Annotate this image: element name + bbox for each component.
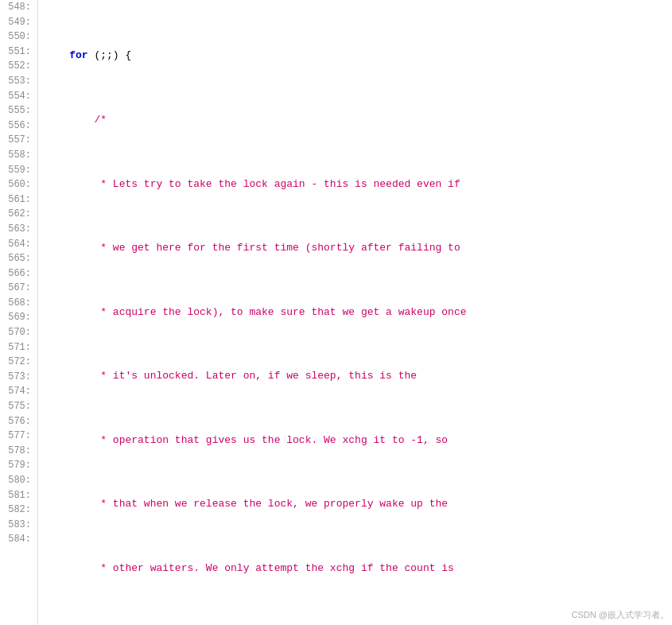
ln-550: 550:: [3, 29, 31, 45]
ln-549: 549:: [3, 15, 31, 30]
ln-563: 563:: [3, 222, 31, 237]
ln-556: 556:: [3, 118, 31, 134]
ln-565: 565:: [3, 251, 31, 266]
ln-579: 579:: [3, 458, 31, 473]
watermark: CSDN @嵌入式学习者。: [572, 608, 669, 622]
ln-564: 564:: [3, 237, 31, 252]
ln-582: 582:: [3, 503, 31, 518]
ln-571: 571:: [3, 340, 31, 355]
code-line-549: /*: [45, 112, 672, 128]
code-line-552: * acquire the lock), to make sure that w…: [45, 305, 672, 320]
ln-553: 553:: [3, 74, 31, 89]
ln-548: 548:: [3, 0, 31, 15]
ln-557: 557:: [3, 133, 31, 148]
ln-574: 574:: [3, 384, 31, 399]
code-line-553: * it's unlocked. Later on, if we sleep, …: [45, 368, 672, 384]
ln-566: 566:: [3, 266, 31, 281]
ln-568: 568:: [3, 296, 31, 311]
ln-561: 561:: [3, 192, 31, 208]
ln-584: 584:: [3, 532, 31, 547]
ln-559: 559:: [3, 163, 31, 178]
line-numbers: 548: 549: 550: 551: 552: 553: 554: 555: …: [0, 0, 38, 625]
ln-576: 576:: [3, 414, 31, 429]
code-line-550: * Lets try to take the lock again - this…: [45, 177, 672, 192]
code-line-548: for (;;) {: [45, 48, 672, 64]
ln-552: 552:: [3, 59, 31, 74]
ln-560: 560:: [3, 177, 31, 192]
ln-575: 575:: [3, 399, 31, 414]
ln-551: 551:: [3, 45, 31, 60]
ln-569: 569:: [3, 310, 31, 325]
ln-558: 558:: [3, 148, 31, 163]
ln-578: 578:: [3, 444, 31, 459]
ln-580: 580:: [3, 473, 31, 488]
ln-577: 577:: [3, 429, 31, 444]
ln-572: 572:: [3, 355, 31, 370]
ln-554: 554:: [3, 89, 31, 104]
code-body: for (;;) { /* * Lets try to take the loc…: [38, 0, 672, 625]
ln-567: 567:: [3, 281, 31, 296]
ln-555: 555:: [3, 103, 31, 118]
ln-581: 581:: [3, 488, 31, 503]
ln-570: 570:: [3, 325, 31, 340]
code-viewer: 548: 549: 550: 551: 552: 553: 554: 555: …: [0, 0, 672, 625]
code-line-551: * we get here for the first time (shortl…: [45, 240, 672, 256]
code-line-555: * that when we release the lock, we prop…: [45, 496, 672, 512]
ln-583: 583:: [3, 518, 31, 533]
ln-573: 573:: [3, 370, 31, 385]
ln-562: 562:: [3, 207, 31, 222]
code-line-554: * operation that gives us the lock. We x…: [45, 433, 672, 448]
code-line-556: * other waiters. We only attempt the xch…: [45, 561, 672, 576]
